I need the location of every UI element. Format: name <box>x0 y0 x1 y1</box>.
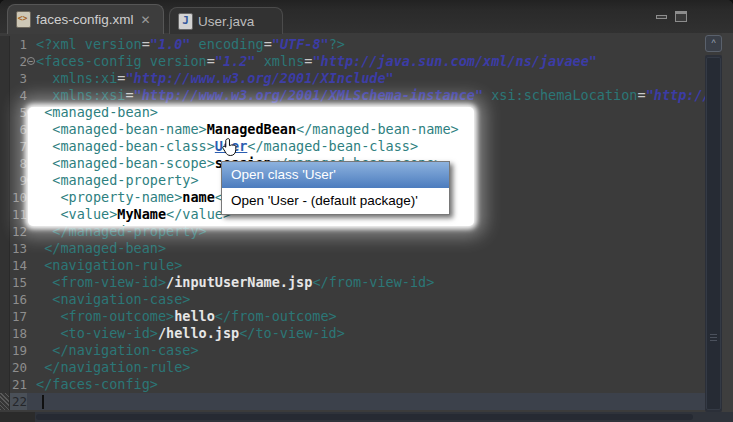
code-line[interactable]: 20 </navigation-rule> <box>0 359 705 376</box>
line-number: 8 <box>10 155 27 172</box>
code-token: = <box>142 36 150 52</box>
xml-file-icon <box>16 11 31 28</box>
code-token: <managed-bean-class> <box>52 138 215 154</box>
code-token: <managed-bean-name> <box>52 121 206 137</box>
code-text: <from-outcome>hello</from-outcome> <box>36 308 705 325</box>
code-line[interactable]: 14 <navigation-rule> <box>0 257 705 274</box>
annotation-ruler-cell <box>0 172 10 189</box>
code-line[interactable]: 5− <managed-bean> <box>28 107 474 121</box>
fold-ruler-cell <box>27 240 36 257</box>
code-line[interactable]: 17 <from-outcome>hello</from-outcome> <box>0 308 705 325</box>
scrollbar-track[interactable] <box>705 55 722 412</box>
code-text: xmlns:xsi="http://www.w3.org/2001/XMLSch… <box>36 87 705 104</box>
tab-faces-config-xml[interactable]: faces-config.xml ✕ <box>7 4 164 34</box>
code-line[interactable]: 7 <managed-bean-class>User</managed-bean… <box>28 138 474 155</box>
code-text: </managed-property> <box>36 223 474 226</box>
scrollbar-thumb[interactable] <box>706 57 721 410</box>
code-text: </navigation-rule> <box>36 359 705 376</box>
minimize-icon[interactable] <box>656 15 667 19</box>
code-line[interactable]: 3 xmlns:xi="http://www.w3.org/2001/XIncl… <box>0 70 705 87</box>
annotation-ruler-cell <box>0 325 10 342</box>
annotation-ruler-cell <box>0 70 10 87</box>
hand-cursor-icon <box>221 138 239 161</box>
code-token <box>36 70 52 86</box>
line-number: 22 <box>10 393 27 410</box>
line-number: 13 <box>10 240 27 257</box>
code-token: ManagedBean <box>207 121 296 137</box>
horizontal-scrollbar[interactable] <box>0 412 733 422</box>
code-token: ?> <box>329 36 345 52</box>
code-token <box>36 359 44 375</box>
annotation-ruler-cell <box>0 104 10 121</box>
annotation-ruler-cell <box>0 223 10 240</box>
close-icon[interactable]: ✕ <box>141 14 151 26</box>
editor-tab-bar: faces-config.xml ✕ J User.java <box>0 0 733 34</box>
fold-ruler-cell <box>27 70 36 87</box>
code-token <box>36 325 60 341</box>
menu-item-open-default-package[interactable]: Open 'User - (default package)' <box>222 188 449 214</box>
menu-item-open-class[interactable]: Open class 'User' <box>222 162 449 188</box>
annotation-ruler-cell <box>0 291 10 308</box>
tab-label: User.java <box>198 14 254 29</box>
code-token: <navigation-case> <box>52 291 190 307</box>
tab-user-java[interactable]: J User.java <box>169 7 283 34</box>
line-number: 12 <box>10 223 27 240</box>
code-token <box>36 257 44 273</box>
code-text <box>36 393 705 410</box>
code-token <box>36 172 52 188</box>
maximize-icon[interactable] <box>675 11 687 22</box>
code-line[interactable]: 16 <navigation-case> <box>0 291 705 308</box>
line-number: 6 <box>10 121 27 138</box>
code-token: MyName <box>117 206 166 222</box>
fold-ruler-cell <box>27 274 36 291</box>
code-line[interactable]: 15 <from-view-id>/inputUserName.jsp</fro… <box>0 274 705 291</box>
code-token: <property-name> <box>60 189 182 205</box>
code-line[interactable]: 6 <managed-bean-name>ManagedBean</manage… <box>28 121 474 138</box>
code-token: <value> <box>60 206 117 222</box>
code-token: </navigation-rule> <box>44 359 190 375</box>
code-token: "UTF-8" <box>272 36 329 52</box>
code-token <box>36 240 44 256</box>
code-line[interactable]: 2−<faces-config version="1.2" xmlns="htt… <box>0 53 705 70</box>
code-token: = <box>207 53 215 69</box>
code-line[interactable]: 19 </navigation-case> <box>0 342 705 359</box>
tab-label: faces-config.xml <box>36 12 134 27</box>
annotation-ruler-cell <box>0 274 10 291</box>
code-token <box>36 155 52 171</box>
scroll-up-arrow-icon[interactable]: ^ <box>705 35 722 52</box>
code-line[interactable]: 22 <box>0 393 705 410</box>
code-token: <managed-bean> <box>44 107 158 120</box>
scrollbar-grip-icon <box>710 332 717 343</box>
annotation-ruler-cell <box>0 189 10 206</box>
java-file-icon: J <box>178 13 193 30</box>
code-token: <?xml <box>36 36 85 52</box>
annotation-ruler-cell <box>0 359 10 376</box>
code-token: </to-view-id> <box>239 325 345 341</box>
code-token: "http://www.w3.org/2001/XInclude" <box>125 70 393 86</box>
code-editor[interactable]: 1<?xml version="1.0" encoding="UTF-8"?>2… <box>0 33 733 412</box>
line-number: 2 <box>10 53 27 70</box>
fold-ruler-cell <box>27 257 36 274</box>
code-line[interactable]: 18 <to-view-id>/hello.jsp</to-view-id> <box>0 325 705 342</box>
annotation-ruler-cell <box>0 206 10 223</box>
code-line[interactable]: 13 </managed-bean> <box>0 240 705 257</box>
code-token <box>36 189 60 205</box>
code-token: name <box>182 189 215 205</box>
horizontal-scrollbar-thumb[interactable] <box>36 414 693 420</box>
code-token: = <box>638 87 646 103</box>
vertical-scrollbar[interactable]: ^ <box>705 35 722 412</box>
editor-window: faces-config.xml ✕ J User.java 1<?xml ve… <box>0 0 733 422</box>
annotation-ruler-cell <box>0 121 10 138</box>
line-number: 19 <box>10 342 27 359</box>
code-line[interactable]: 21</faces-config> <box>0 376 705 393</box>
code-line[interactable]: 4 xmlns:xsi="http://www.w3.org/2001/XMLS… <box>0 87 705 104</box>
code-token: <to-view-id> <box>60 325 158 341</box>
text-caret <box>42 395 44 409</box>
fold-collapse-icon[interactable]: − <box>27 57 35 65</box>
code-token: encoding <box>199 36 264 52</box>
line-number: 10 <box>10 189 27 206</box>
code-token: = <box>264 36 272 52</box>
code-line[interactable]: 1<?xml version="1.0" encoding="UTF-8"?> <box>0 36 705 53</box>
code-line[interactable]: 12 </managed-property> <box>28 223 474 226</box>
code-text: <managed-bean-class>User</managed-bean-c… <box>36 138 474 155</box>
